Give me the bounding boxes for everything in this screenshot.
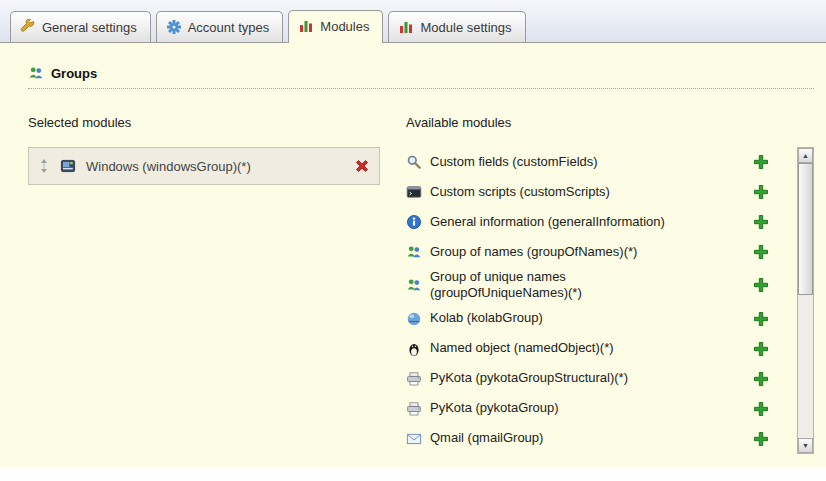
module-label: Named object (namedObject)(*): [430, 340, 702, 356]
script-icon: [406, 184, 422, 200]
available-module-row: Custom fields (customFields): [406, 147, 797, 177]
groups-section-header: Groups: [28, 65, 814, 89]
modules-icon: [298, 18, 314, 34]
module-label: Qmail (qmailGroup): [430, 430, 702, 446]
selected-modules-list: Windows (windowsGroup)(*): [28, 147, 380, 185]
tab-account-types[interactable]: Account types: [156, 11, 284, 42]
group-icon: [406, 277, 422, 293]
gear-icon: [166, 19, 182, 35]
module-label: General information (generalInformation): [430, 214, 702, 230]
add-module-button[interactable]: [753, 431, 769, 447]
modules-columns: Selected modules Windows (windowsGroup)(…: [28, 89, 814, 454]
add-module-button[interactable]: [753, 341, 769, 357]
printer-icon: [406, 371, 422, 387]
available-module-row: Group of unique names (groupOfUniqueName…: [406, 267, 797, 304]
windows-module-icon: [60, 158, 76, 174]
selected-module-row[interactable]: Windows (windowsGroup)(*): [29, 148, 379, 184]
tab-label: Module settings: [420, 20, 511, 35]
add-module-button[interactable]: [753, 401, 769, 417]
magnifier-icon: [406, 154, 422, 170]
section-title: Groups: [51, 66, 97, 81]
selected-module-label: Windows (windowsGroup)(*): [86, 159, 344, 174]
available-modules-heading: Available modules: [406, 115, 814, 130]
add-module-button[interactable]: [753, 154, 769, 170]
available-module-row: PyKota (pykotaGroupStructural)(*): [406, 364, 797, 394]
kolab-icon: [406, 311, 422, 327]
module-label: Custom fields (customFields): [430, 154, 702, 170]
tab-bar: General settings Account types Modules M…: [0, 0, 826, 42]
tab-label: Account types: [188, 20, 270, 35]
add-module-button[interactable]: [753, 214, 769, 230]
add-module-button[interactable]: [753, 277, 769, 293]
module-label: Group of unique names (groupOfUniqueName…: [430, 269, 702, 302]
tab-label: Modules: [320, 19, 369, 34]
lam-configuration-page: General settings Account types Modules M…: [0, 0, 826, 481]
available-module-row: Kolab (kolabGroup): [406, 304, 797, 334]
add-module-button[interactable]: [753, 311, 769, 327]
remove-module-button[interactable]: [354, 158, 370, 174]
module-label: Kolab (kolabGroup): [430, 310, 702, 326]
group-icon: [406, 244, 422, 260]
available-module-row: PyKota (pykotaGroup): [406, 394, 797, 424]
selected-modules-column: Selected modules Windows (windowsGroup)(…: [28, 89, 380, 454]
available-module-row: Group of names (groupOfNames)(*): [406, 237, 797, 267]
scroll-up-button[interactable]: ▲: [798, 148, 813, 163]
add-module-button[interactable]: [753, 371, 769, 387]
selected-modules-heading: Selected modules: [28, 115, 380, 130]
add-module-button[interactable]: [753, 184, 769, 200]
modules-icon: [398, 19, 414, 35]
tab-module-settings[interactable]: Module settings: [388, 11, 525, 42]
modules-tab-content: Groups Selected modules Windows (windows…: [0, 42, 826, 467]
scroll-down-button[interactable]: ▼: [798, 438, 813, 453]
module-label: PyKota (pykotaGroupStructural)(*): [430, 370, 702, 386]
available-module-row: Custom scripts (customScripts): [406, 177, 797, 207]
info-icon: [406, 214, 422, 230]
available-module-row: Named object (namedObject)(*): [406, 334, 797, 364]
scrollbar-thumb[interactable]: [798, 163, 813, 295]
tab-general-settings[interactable]: General settings: [10, 11, 151, 42]
printer-icon: [406, 401, 422, 417]
available-module-row: Qmail (qmailGroup): [406, 424, 797, 454]
penguin-icon: [406, 341, 422, 357]
tab-label: General settings: [42, 20, 137, 35]
available-module-row: General information (generalInformation): [406, 207, 797, 237]
tab-modules[interactable]: Modules: [288, 10, 383, 43]
groups-icon: [28, 65, 44, 81]
available-modules-column: Available modules Custom fields (customF…: [406, 89, 814, 454]
drag-handle-icon[interactable]: [38, 158, 50, 174]
scrollbar[interactable]: ▲ ▼: [797, 147, 814, 454]
scrollbar-track[interactable]: [798, 163, 813, 438]
mail-icon: [406, 431, 422, 447]
module-label: PyKota (pykotaGroup): [430, 400, 702, 416]
available-modules-list: Custom fields (customFields) Custom scri…: [406, 147, 814, 454]
add-module-button[interactable]: [753, 244, 769, 260]
wrench-icon: [20, 19, 36, 35]
module-label: Group of names (groupOfNames)(*): [430, 244, 702, 260]
module-label: Custom scripts (customScripts): [430, 184, 702, 200]
